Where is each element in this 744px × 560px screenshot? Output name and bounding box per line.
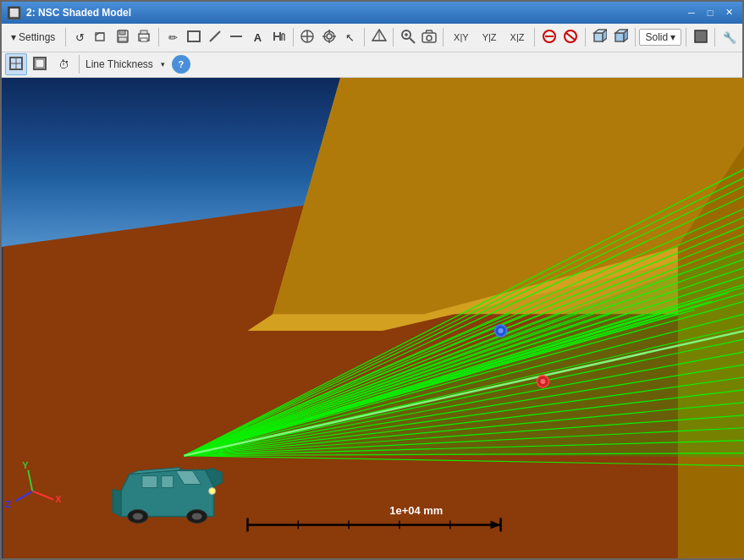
separator-5 <box>393 28 394 47</box>
separator-t2-1 <box>79 55 80 74</box>
svg-rect-38 <box>594 33 603 41</box>
arrow-icon: ↖ <box>345 31 355 44</box>
axis-xz-label: X|Z <box>509 32 526 42</box>
grid-view-icon <box>32 56 47 74</box>
svg-point-104 <box>192 513 202 519</box>
axis-yz-label: Y|Z <box>481 32 499 42</box>
axis-xy-label: X|Y <box>452 32 471 42</box>
svg-text:1e+04 mm: 1e+04 mm <box>389 504 443 517</box>
open-icon <box>95 30 108 46</box>
separator-7 <box>534 28 535 47</box>
svg-rect-7 <box>188 31 200 41</box>
axis-yz-button[interactable]: Y|Z <box>477 26 503 48</box>
arrow-button[interactable]: ↖ <box>340 26 360 48</box>
diagonal-line-icon <box>208 30 222 46</box>
print-button[interactable] <box>135 26 154 48</box>
color-swatch-button[interactable] <box>691 26 710 48</box>
cube-icon <box>592 29 607 47</box>
crosshair2-icon <box>322 29 337 47</box>
pencil-button[interactable]: ✏ <box>163 26 182 48</box>
svg-rect-6 <box>141 38 147 41</box>
window-title: 2: NSC Shaded Model <box>26 7 131 19</box>
block-icon2 <box>563 29 578 47</box>
grid-view-button[interactable] <box>29 53 51 75</box>
minimize-button[interactable]: ─ <box>683 5 700 20</box>
separator-11 <box>714 28 715 47</box>
shaded-button[interactable] <box>611 26 631 48</box>
diagonal-line-button[interactable] <box>206 26 225 48</box>
viewport-svg: 1e+04 mm X Y Z <box>2 78 744 558</box>
block-icon1 <box>542 29 557 47</box>
close-button[interactable]: ✕ <box>720 5 737 20</box>
svg-text:Z: Z <box>5 499 11 509</box>
settings-label: Settings <box>19 31 55 43</box>
svg-marker-97 <box>113 489 121 516</box>
separator-8 <box>585 28 586 47</box>
horiz-line-icon <box>229 30 243 46</box>
crosshair2-button[interactable] <box>319 26 339 48</box>
solid-dropdown-arrow: ▾ <box>670 31 675 43</box>
solid-dropdown-button[interactable]: Solid ▾ <box>639 29 681 46</box>
settings-button[interactable]: ▾ Settings <box>5 29 61 46</box>
horiz-line-button[interactable] <box>227 26 246 48</box>
separator-4 <box>364 28 365 47</box>
text-h-button[interactable] <box>269 26 289 48</box>
maximize-button[interactable]: □ <box>702 5 719 20</box>
toolbar-row2: ⏱ Line Thickness ▾ ? <box>2 52 742 78</box>
line-thickness-dropdown[interactable]: ▾ <box>157 53 170 75</box>
border-view-button[interactable] <box>5 53 27 75</box>
crosshair1-icon <box>300 29 315 47</box>
svg-point-103 <box>133 513 143 519</box>
separator-10 <box>686 28 686 47</box>
svg-point-33 <box>427 36 432 41</box>
toolbar-row1: ▾ Settings ↺ ✏ <box>2 24 742 52</box>
line-thickness-arrow: ▾ <box>161 60 165 69</box>
solid-label: Solid <box>645 31 668 43</box>
settings-arrow: ▾ <box>11 31 16 43</box>
viewport-3d[interactable]: 1e+04 mm X Y Z <box>2 78 744 558</box>
svg-rect-49 <box>36 59 44 68</box>
save-icon <box>116 30 130 46</box>
wrench-button[interactable]: 🔧 <box>719 26 739 48</box>
svg-rect-3 <box>118 37 127 41</box>
text-h-icon <box>273 30 286 46</box>
refresh-icon: ↺ <box>75 31 85 44</box>
separator-2 <box>158 28 159 47</box>
shaded-icon <box>613 29 628 47</box>
title-bar-controls: ─ □ ✕ <box>683 5 737 20</box>
svg-rect-2 <box>119 30 125 35</box>
svg-line-8 <box>210 31 220 41</box>
cube-button[interactable] <box>589 26 609 48</box>
axis-xy-button[interactable]: X|Y <box>448 26 475 48</box>
van-model <box>113 467 223 523</box>
block-button1[interactable] <box>539 26 559 48</box>
clock-button[interactable]: ⏱ <box>52 53 74 75</box>
crosshair1-button[interactable] <box>298 26 317 48</box>
print-icon <box>137 30 151 46</box>
open-button[interactable] <box>91 26 111 48</box>
svg-line-29 <box>410 38 415 43</box>
svg-rect-41 <box>615 33 624 41</box>
text-a-button[interactable]: A <box>248 26 267 48</box>
svg-rect-44 <box>695 30 707 42</box>
window-icon: 🔲 <box>7 6 21 19</box>
title-bar: 🔲 2: NSC Shaded Model ─ □ ✕ <box>2 2 742 24</box>
block-button2[interactable] <box>560 26 580 48</box>
help-button[interactable]: ? <box>172 55 190 74</box>
svg-text:Y: Y <box>22 459 29 469</box>
zoom-button[interactable] <box>398 26 417 48</box>
save-button[interactable] <box>113 26 132 48</box>
svg-rect-100 <box>162 475 174 487</box>
wireframe-button[interactable] <box>369 26 389 48</box>
refresh-button[interactable]: ↺ <box>70 26 90 48</box>
clock-icon: ⏱ <box>58 58 69 71</box>
camera-button[interactable] <box>419 26 438 48</box>
color-swatch-icon <box>693 29 708 47</box>
rectangle-button[interactable] <box>185 26 204 48</box>
separator-9 <box>635 28 636 47</box>
wrench-icon: 🔧 <box>723 31 736 44</box>
svg-text:X: X <box>55 494 62 504</box>
axis-xz-button[interactable]: X|Z <box>504 26 531 48</box>
zoom-icon <box>400 29 416 47</box>
rectangle-icon <box>187 30 201 45</box>
